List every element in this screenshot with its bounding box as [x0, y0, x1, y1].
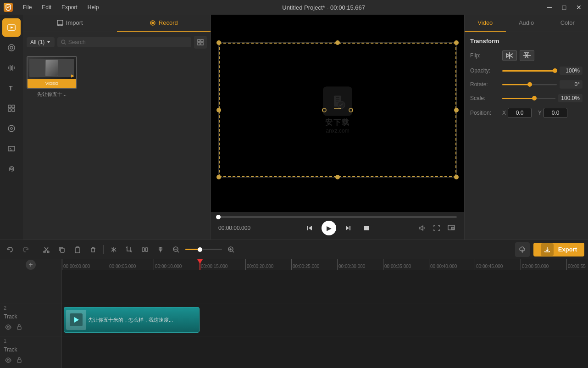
tab-record[interactable]: Record [117, 15, 211, 32]
handle-middle-left[interactable] [216, 108, 221, 112]
next-frame-button[interactable] [342, 222, 355, 234]
tab-import[interactable]: Import [23, 15, 117, 32]
media-filter-dropdown[interactable]: All (1) [27, 37, 55, 47]
marker-button[interactable] [154, 243, 167, 256]
scale-slider[interactable] [502, 98, 555, 99]
play-button[interactable]: ▶ [322, 221, 336, 235]
flip-horizontal-button[interactable] [502, 50, 517, 61]
preview-area: 安下载 anxz.com 00:00:00.000 [211, 15, 464, 240]
volume-button[interactable] [416, 223, 427, 234]
zoom-in-button[interactable] [225, 243, 238, 256]
group-button[interactable] [139, 243, 151, 256]
crop-button[interactable] [123, 243, 136, 256]
track-1-lock[interactable] [15, 356, 24, 365]
delete-button[interactable] [87, 243, 100, 256]
rotate-slider-thumb[interactable] [527, 82, 532, 87]
sidebar-item-media[interactable] [2, 18, 21, 37]
sidebar-item-plugins[interactable] [2, 119, 21, 138]
timeline-ruler-row: + 00:00:00.000 00:00:05.000 00:00:10.000… [0, 259, 588, 270]
track-1-visibility[interactable] [4, 356, 13, 365]
handle-middle-right[interactable] [454, 108, 459, 112]
save-to-cloud-button[interactable] [515, 242, 530, 257]
maximize-button[interactable]: □ [559, 3, 570, 12]
svg-rect-6 [8, 109, 11, 112]
flip-vertical-button[interactable] [520, 50, 534, 61]
position-y-input[interactable] [544, 108, 567, 118]
svg-rect-25 [364, 226, 369, 230]
flip-controls [502, 50, 582, 61]
preview-canvas[interactable]: 安下载 anxz.com [211, 15, 464, 212]
opacity-slider[interactable] [502, 70, 557, 72]
sidebar-item-audio[interactable] [2, 59, 21, 77]
fullscreen-button[interactable] [431, 223, 442, 234]
menu-export[interactable]: Export [57, 2, 82, 12]
progress-bar[interactable] [218, 216, 457, 218]
rotate-slider[interactable] [502, 84, 557, 85]
minimize-button[interactable]: ─ [544, 3, 555, 12]
tab-color[interactable]: Color [547, 15, 588, 32]
scale-control: 100.0% [502, 94, 582, 102]
position-x-input[interactable] [508, 108, 532, 118]
copy-button[interactable] [55, 243, 68, 256]
position-y-group: Y [538, 108, 567, 118]
undo-button[interactable] [4, 243, 17, 256]
split-button[interactable] [107, 243, 120, 256]
sidebar-item-effects[interactable] [2, 39, 21, 57]
progress-thumb[interactable] [216, 215, 221, 219]
rotation-handle-2[interactable] [349, 108, 353, 112]
handle-top-right[interactable] [454, 40, 459, 45]
add-track-button[interactable]: + [26, 260, 36, 270]
stop-button[interactable] [360, 222, 373, 234]
track-headers: 2 Track 1 Track [0, 270, 62, 368]
close-button[interactable]: ✕ [573, 3, 584, 12]
sidebar-item-text[interactable]: T [2, 79, 21, 97]
sidebar-item-templates[interactable] [2, 99, 21, 117]
position-x-group: X [502, 108, 532, 118]
paste-button[interactable] [71, 243, 84, 256]
zoom-slider-thumb[interactable] [198, 247, 202, 252]
clip-label: 先让你五十米的，怎么样，我这速度... [88, 317, 173, 323]
zoom-slider[interactable] [185, 249, 222, 250]
menu-file[interactable]: File [18, 2, 36, 12]
cut-button[interactable] [40, 243, 53, 256]
rotate-value: 0° [560, 80, 582, 89]
export-button[interactable]: Export [533, 243, 584, 256]
rotate-control: 0° [502, 80, 582, 89]
redo-button[interactable] [19, 243, 32, 256]
rotation-handle-1[interactable] [322, 108, 327, 112]
opacity-slider-thumb[interactable] [553, 68, 557, 73]
prev-frame-button[interactable] [303, 222, 316, 234]
handle-top-left[interactable] [216, 40, 221, 45]
svg-point-41 [7, 326, 9, 328]
handle-top-middle[interactable] [335, 40, 340, 45]
tab-audio[interactable]: Audio [506, 15, 547, 32]
grid-view-button[interactable] [194, 36, 207, 49]
svg-point-2 [10, 46, 13, 49]
ruler-mark-5: 00:00:25.000 [292, 264, 319, 269]
sidebar-item-ai[interactable] [2, 160, 21, 178]
ruler-mark-8: 00:00:40.000 [429, 264, 457, 269]
filter-label: All (1) [30, 39, 44, 45]
sidebar-item-captions[interactable] [2, 139, 21, 158]
track-2-lock[interactable] [15, 323, 24, 332]
track-2-lane[interactable]: 先让你五十米的，怎么样，我这速度... [62, 303, 588, 336]
video-frame[interactable]: 安下载 anxz.com [218, 42, 457, 178]
pip-button[interactable] [446, 223, 457, 234]
menu-edit[interactable]: Edit [37, 2, 56, 12]
scale-slider-thumb[interactable] [532, 96, 537, 100]
handle-bottom-left[interactable] [216, 175, 221, 179]
list-item[interactable]: ▶ VIDEO 先让你五十... [27, 56, 77, 98]
search-input[interactable] [68, 39, 188, 45]
handle-bottom-middle[interactable] [335, 175, 340, 179]
track-2-visibility[interactable] [4, 323, 13, 332]
track-1-lane[interactable] [62, 336, 588, 368]
video-clip[interactable]: 先让你五十米的，怎么样，我这速度... [64, 307, 200, 333]
search-box[interactable] [57, 37, 191, 47]
titlebar-left: File Edit Export Help [4, 2, 103, 12]
menu-help[interactable]: Help [83, 2, 104, 12]
handle-bottom-right[interactable] [454, 175, 459, 179]
zoom-out-button[interactable] [170, 243, 183, 256]
tab-video[interactable]: Video [465, 15, 506, 32]
opacity-control: 100% [502, 67, 582, 75]
svg-rect-17 [198, 39, 200, 42]
